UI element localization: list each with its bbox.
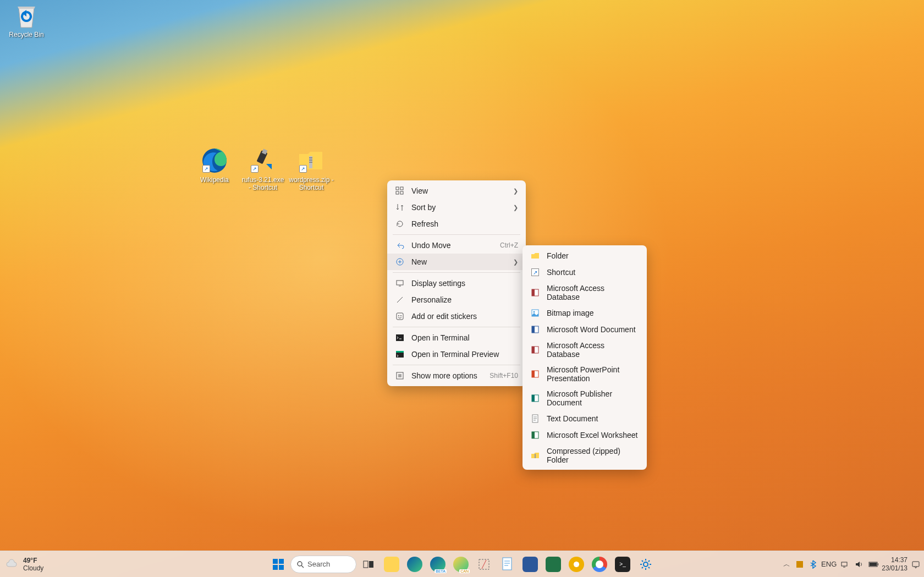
taskbar-app-edge-beta[interactable]: BETA [427,553,449,575]
tray-network-icon [840,559,850,569]
taskbar-app-settings[interactable] [635,553,657,575]
svg-rect-13 [397,313,403,320]
desktop[interactable]: Recycle Bin ↗ Wikipedia ↗ rufus-3.21.exe… [0,0,924,577]
taskbar-app-excel[interactable] [542,553,564,575]
svg-rect-7 [396,187,399,190]
edge-canary-icon: CAN [453,557,469,572]
search-box[interactable]: Search [290,556,356,573]
access-icon [530,288,540,298]
wordpress-zip-shortcut[interactable]: ↗ wordpress.zip - Shortcut [288,147,334,192]
new-publisher[interactable]: Microsoft Publisher Document [522,386,647,410]
taskbar-app-edge-canary[interactable]: CAN [450,553,472,575]
zip-folder-icon: ↗ [298,147,324,174]
monitor-icon [395,278,405,288]
menu-label: Refresh [411,219,518,228]
menu-label: Personalize [411,295,518,304]
edge-icon: ↗ [201,147,228,174]
publisher-icon [530,393,540,403]
terminal-preview-icon [395,349,405,359]
chevron-right-icon: ❯ [513,204,518,211]
svg-rect-8 [400,187,403,190]
menu-open-terminal[interactable]: Open in Terminal [387,329,526,346]
new-folder[interactable]: Folder [522,248,647,264]
taskbar-app-chrome[interactable] [588,553,610,575]
new-word-document[interactable]: Microsoft Word Document [522,321,647,338]
svg-rect-29 [532,371,535,377]
menu-accelerator: Ctrl+Z [500,241,518,249]
tray-chevron-up[interactable]: ︿ [782,559,791,569]
new-shortcut[interactable]: ↗ Shortcut [522,264,647,281]
wikipedia-shortcut[interactable]: ↗ Wikipedia [191,147,238,184]
menu-undo-move[interactable]: Undo Move Ctrl+Z [387,237,526,254]
tray-language[interactable]: ENG [821,559,837,569]
rufus-shortcut[interactable]: ↗ rufus-3.21.exe - Shortcut [240,147,286,192]
taskbar-app-snipping[interactable] [473,553,495,575]
svg-rect-49 [870,563,877,566]
access-icon [530,345,540,355]
menu-display-settings[interactable]: Display settings [387,275,526,292]
svg-rect-42 [369,561,373,568]
menu-label: Microsoft Excel Worksheet [547,431,639,439]
menu-stickers[interactable]: Add or edit stickers [387,308,526,325]
tray-quick-settings[interactable] [840,559,878,569]
menu-refresh[interactable]: Refresh [387,216,526,232]
menu-new[interactable]: New ❯ [387,254,526,270]
svg-rect-18 [396,351,404,353]
menu-label: Microsoft Publisher Document [547,389,639,407]
svg-rect-9 [396,191,399,194]
new-text-document[interactable]: Text Document [522,410,647,427]
menu-separator [393,365,520,365]
taskbar-app-edge[interactable] [404,553,426,575]
menu-sort-by[interactable]: Sort by ❯ [387,199,526,216]
search-label: Search [307,560,330,568]
new-powerpoint[interactable]: Microsoft PowerPoint Presentation [522,362,647,386]
menu-label: Microsoft Word Document [547,325,639,334]
icon-label: rufus-3.21.exe - Shortcut [240,176,286,192]
taskbar-app-explorer[interactable] [381,553,403,575]
new-excel[interactable]: Microsoft Excel Worksheet [522,427,647,443]
svg-point-23 [534,311,535,313]
new-access-database-2[interactable]: Microsoft Access Database [522,338,647,362]
tray-security-icon[interactable] [795,559,805,569]
svg-rect-21 [532,289,535,296]
menu-label: Microsoft Access Database [547,341,639,359]
taskbar-app-chrome-canary[interactable] [565,553,587,575]
image-icon [530,308,540,318]
powerpoint-icon [530,369,540,379]
taskbar-app-word[interactable] [519,553,541,575]
menu-label: View [411,186,509,195]
svg-rect-47 [842,562,847,566]
grid-icon [395,186,405,196]
menu-view[interactable]: View ❯ [387,183,526,199]
new-access-database[interactable]: Microsoft Access Database [522,281,647,305]
weather-condition: Cloudy [23,564,43,572]
recycle-bin-icon[interactable]: Recycle Bin [3,2,50,39]
tray-notifications-icon[interactable] [911,559,921,569]
menu-open-terminal-preview[interactable]: Open in Terminal Preview [387,346,526,362]
word-icon [522,557,538,572]
new-bitmap[interactable]: Bitmap image [522,305,647,321]
svg-rect-5 [309,160,312,161]
menu-label: Undo Move [411,241,496,250]
menu-personalize[interactable]: Personalize [387,292,526,308]
tray-bluetooth-icon[interactable] [808,559,818,569]
start-button[interactable] [267,553,289,575]
tray-clock[interactable]: 14:37 23/01/13 [882,556,908,572]
svg-rect-36 [273,559,278,564]
svg-rect-39 [279,565,284,570]
menu-accelerator: Shift+F10 [490,372,518,380]
windows-logo-icon [272,558,285,571]
taskbar-app-terminal[interactable]: >_ [612,553,634,575]
svg-rect-27 [532,347,535,353]
menu-label: New [411,257,509,266]
taskbar-app-notepad[interactable] [496,553,518,575]
weather-widget[interactable]: 49°F Cloudy [6,557,43,572]
svg-rect-35 [535,454,536,458]
menu-show-more-options[interactable]: Show more options Shift+F10 [387,367,526,384]
menu-separator [393,234,520,235]
menu-label: Compressed (zipped) Folder [547,447,639,464]
menu-label: Microsoft PowerPoint Presentation [547,365,639,383]
excel-icon [546,557,561,572]
new-zip-folder[interactable]: Compressed (zipped) Folder [522,443,647,468]
task-view-button[interactable] [358,553,380,575]
